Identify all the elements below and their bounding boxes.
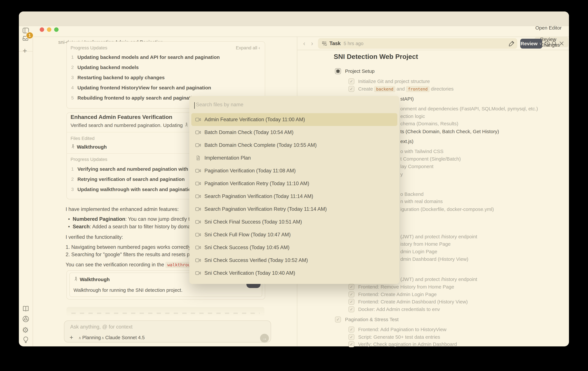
task-text: Create backend and frontend directories xyxy=(358,86,454,93)
composer-input[interactable] xyxy=(70,324,235,330)
item-number: 2 xyxy=(71,177,77,182)
message-paragraph: I have implemented the enhanced admin fe… xyxy=(66,206,179,212)
task-text: Initialize Git and project structure xyxy=(358,78,430,85)
progress-updates-label: Progress Updates xyxy=(71,45,107,51)
file-name: Implementation Plan xyxy=(204,155,251,161)
video-icon xyxy=(195,258,201,263)
docs-book-icon[interactable] xyxy=(22,305,30,312)
progress-update-item[interactable]: 3Restarting backend to apply changes xyxy=(71,72,260,83)
file-name: Sni Check Full Flow (Today 10:47 AM) xyxy=(204,232,291,238)
close-window-button[interactable] xyxy=(40,27,44,32)
verification-card-title: Enhanced Admin Features Verification xyxy=(71,114,172,120)
file-name: Admin Feature Verification (Today 11:00 … xyxy=(204,117,305,123)
video-icon xyxy=(195,181,201,186)
message-numbered-2: 2. Searching for "google" filters the re… xyxy=(66,252,192,258)
file-list-item[interactable]: Search Pagination Verification Retry (To… xyxy=(191,203,397,216)
file-list-item[interactable]: Pagination Verification Retry (Today 11:… xyxy=(191,177,397,190)
task-text: Frontend: Create Admin Login Page xyxy=(358,291,437,298)
nav-back-button[interactable]: ‹ xyxy=(303,40,305,47)
new-item-plus-icon[interactable]: + xyxy=(23,46,27,55)
video-icon xyxy=(195,207,201,212)
item-number: 2 xyxy=(71,65,77,70)
file-list-item[interactable]: Sni Check Success Verified (Today 10:52 … xyxy=(191,254,397,267)
settings-gear-icon-sidebar[interactable]: ⚙ xyxy=(22,326,30,333)
file-list-item[interactable]: Pagination Verification (Today 11:08 AM) xyxy=(191,164,397,177)
checkbox-icon[interactable]: ✓ xyxy=(348,284,354,290)
message-bullet-2: • Search: Added a search bar to filter h… xyxy=(68,224,195,230)
expand-all-button[interactable]: Expand all ‹ xyxy=(187,45,260,51)
globe-browser-icon[interactable] xyxy=(22,315,30,323)
task-bar[interactable]: Task 5 hrs ago xyxy=(318,38,517,49)
minimize-window-button[interactable] xyxy=(47,27,51,32)
attach-plus-icon[interactable]: + xyxy=(70,334,73,341)
checkbox-icon[interactable]: ✓ xyxy=(348,291,354,297)
task-text: dmin Dashboard (History View) xyxy=(400,256,468,262)
file-list-item[interactable]: Implementation Plan xyxy=(191,152,397,164)
checkbox-icon[interactable]: ✓ xyxy=(335,68,341,74)
file-list-item[interactable]: Batch Domain Check (Today 10:54 AM) xyxy=(191,126,397,139)
file-type-icon xyxy=(195,181,204,186)
checkbox-icon[interactable]: ✓ xyxy=(348,306,354,312)
text-caret xyxy=(194,102,195,109)
task-text: Frontend: Remove History from Home Page xyxy=(358,284,454,290)
checkbox-icon[interactable]: ✓ xyxy=(348,299,354,305)
mode-selector[interactable]: ∧Planning xyxy=(78,335,101,340)
progress-update-item[interactable]: 4Updating frontend HistoryView for searc… xyxy=(71,83,260,93)
file-list: Admin Feature Verification (Today 11:00 … xyxy=(189,113,399,279)
edit-pencil-icon[interactable] xyxy=(508,40,515,47)
file-list-item[interactable]: Sni Check Success (Today 10:45 AM) xyxy=(191,241,397,254)
file-list-item[interactable]: Batch Domain Check Complete (Today 10:55… xyxy=(191,139,397,152)
open-editor-button[interactable]: Open Editor xyxy=(535,25,562,31)
file-list-item[interactable]: Sni Check Final Success (Today 10:51 AM) xyxy=(191,216,397,228)
video-icon xyxy=(195,130,201,135)
task-text: lay Component xyxy=(400,163,433,170)
file-type-icon xyxy=(195,143,204,148)
collapse-chevron-icon: ‹ xyxy=(259,45,260,50)
item-text: Rebuilding frontend to apply search and … xyxy=(77,95,202,101)
checkbox-icon[interactable]: ✓ xyxy=(348,78,354,84)
file-name: Batch Domain Check (Today 10:54 AM) xyxy=(204,129,294,135)
progress-update-item[interactable]: 2Updating backend models xyxy=(71,62,260,72)
nav-forward-button[interactable]: › xyxy=(311,40,313,47)
checkbox-icon[interactable]: ✓ xyxy=(348,327,354,332)
file-type-icon xyxy=(195,258,204,263)
file-list-item[interactable]: Sni Check Full Flow (Today 10:47 AM) xyxy=(191,228,397,241)
message-paragraph-3: You can see the verification recording i… xyxy=(66,262,195,268)
zoom-window-button[interactable] xyxy=(54,27,59,32)
file-search-field[interactable] xyxy=(196,102,384,110)
project-title: SNI Detection Web Project xyxy=(334,53,418,61)
file-list-item[interactable]: Sni Check Verification (Today 10:40 AM) xyxy=(191,267,397,279)
history-clock-icon[interactable] xyxy=(544,40,550,47)
search-icon[interactable] xyxy=(551,40,558,47)
file-walkthrough-chip[interactable]: Walkthrough xyxy=(71,144,107,150)
send-button[interactable]: → xyxy=(260,334,269,343)
checkbox-icon[interactable]: ✓ xyxy=(348,334,354,340)
checkbox-icon[interactable]: ✓ xyxy=(348,341,354,347)
item-number: 1 xyxy=(71,166,77,172)
item-number: 5 xyxy=(71,95,77,101)
progress-update-item[interactable]: 1Updating backend models and API for sea… xyxy=(71,52,260,62)
chevron-up-icon: ∧ xyxy=(101,336,104,340)
task-time: 5 hrs ago xyxy=(344,41,363,46)
file-name: Pagination Verification Retry (Today 11:… xyxy=(204,181,309,186)
item-text: Retrying verification of search and pagi… xyxy=(77,176,185,182)
task-text: o with Tailwind CSS xyxy=(400,148,443,155)
document-icon xyxy=(195,155,201,160)
review-dropdown-button[interactable]: Review ∨ xyxy=(520,39,542,49)
checkbox-icon[interactable]: ✓ xyxy=(348,86,354,92)
lightbulb-icon[interactable] xyxy=(22,336,30,343)
task-text: Docker: Add Admin credentials to env xyxy=(358,306,440,313)
mode-label: Planning xyxy=(82,335,101,340)
file-search-modal: Admin Feature Verification (Today 11:00 … xyxy=(189,96,399,284)
file-name: Sni Check Success (Today 10:45 AM) xyxy=(204,245,290,250)
close-icon[interactable] xyxy=(558,40,565,47)
file-name: Sni Check Verification (Today 10:40 AM) xyxy=(204,270,295,276)
video-icon xyxy=(195,245,201,250)
model-selector[interactable]: ∧Claude Sonnet 4.5 xyxy=(101,335,145,340)
file-list-item[interactable]: Admin Feature Verification (Today 11:00 … xyxy=(191,113,397,126)
task-text: iguration (Dockerfile, docker-compose.ym… xyxy=(400,206,494,213)
task-text: Verify: Check pagination in Admin Dashbo… xyxy=(358,341,457,348)
file-search-input[interactable] xyxy=(196,102,385,108)
file-list-item[interactable]: Search Pagination Verification (Today 11… xyxy=(191,190,397,203)
checkbox-icon[interactable]: ✓ xyxy=(335,317,341,322)
